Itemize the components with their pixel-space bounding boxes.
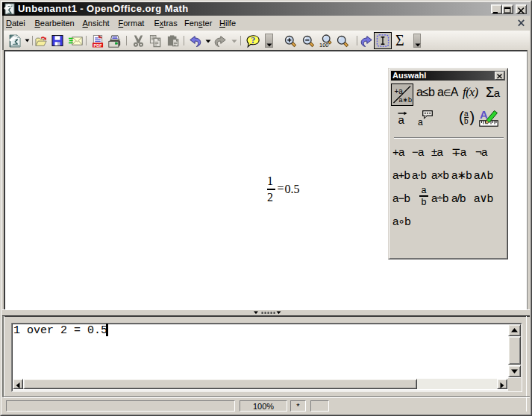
- svg-text:a: a: [398, 113, 405, 125]
- svg-text:?: ?: [251, 35, 255, 45]
- svg-text:+a: +a: [394, 87, 403, 95]
- svg-text:a: a: [464, 110, 469, 118]
- svg-text:(: (: [459, 109, 464, 125]
- svg-text:100: 100: [319, 42, 329, 48]
- svg-text:b: b: [464, 117, 469, 125]
- svg-text:a: a: [418, 117, 423, 127]
- svg-text:): ): [470, 109, 475, 125]
- svg-text:a∗b: a∗b: [398, 96, 412, 104]
- svg-text:A: A: [480, 108, 488, 121]
- svg-text:PDF: PDF: [93, 43, 102, 48]
